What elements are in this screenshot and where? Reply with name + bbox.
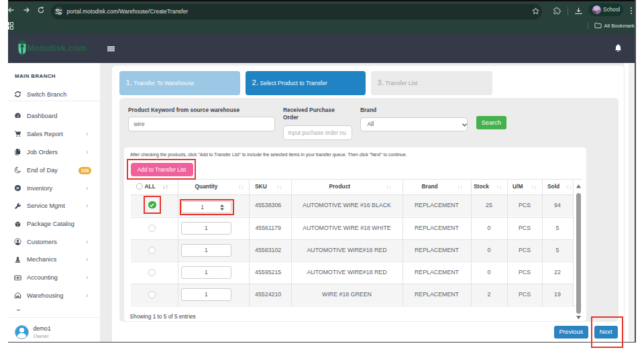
svg-text:P: P xyxy=(17,186,19,190)
